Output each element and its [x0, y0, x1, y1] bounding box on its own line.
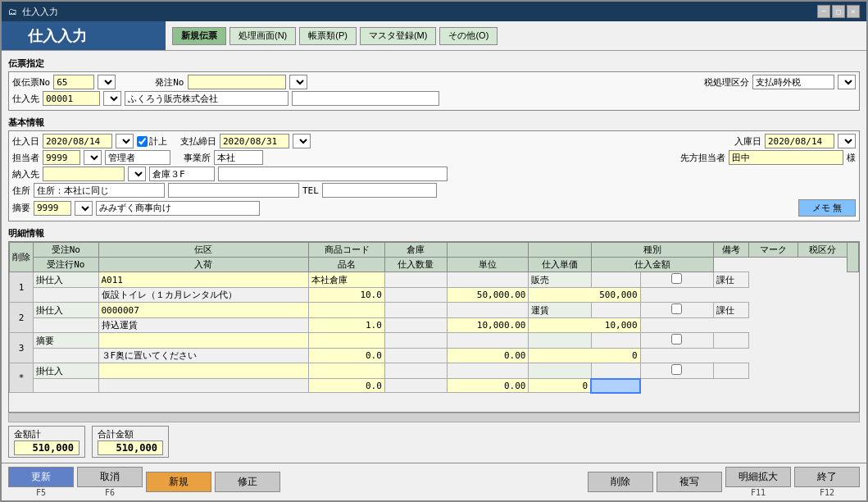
row1-shiiretanka[interactable]: 50,000.00 [448, 288, 529, 303]
memo-button[interactable]: メモ 無 [798, 199, 856, 217]
teki-code-input[interactable] [34, 201, 71, 216]
row3-souko[interactable] [309, 333, 385, 349]
rowstar-juchugyono [34, 379, 99, 393]
rowstar-mark-check[interactable] [671, 364, 682, 375]
shiharai-input[interactable] [220, 134, 289, 148]
teki-select[interactable]: ▼ [75, 201, 93, 216]
row3-biko[interactable] [591, 333, 640, 349]
row2-mark-check[interactable] [671, 303, 682, 314]
row2-denku[interactable]: 掛仕入 [34, 303, 99, 318]
sakujo-button[interactable]: 削除 [588, 472, 653, 492]
row1-hinmei[interactable]: 仮設トイレ（１カ月レンタル代） [98, 288, 309, 303]
row3-shiirekingaku[interactable]: 0 [529, 349, 640, 363]
zei-select[interactable]: ▼ [838, 75, 856, 89]
row2-shiirekingaku[interactable]: 10,000 [529, 318, 640, 333]
maximize-button[interactable]: □ [832, 5, 845, 18]
sakiTanto-input[interactable] [729, 150, 843, 165]
shiibi-select[interactable]: ▼ [116, 134, 134, 148]
rowstar-shiirekingaku[interactable]: 0 [529, 379, 591, 393]
row2-biko[interactable] [591, 303, 640, 318]
shiiresaki-extra-input[interactable] [292, 91, 439, 106]
detail-table-container[interactable]: 削除 受注No 伝区 商品コード 倉庫 種別 備考 マーク 税区分 [8, 241, 860, 413]
tab-shinkidenpo[interactable]: 新規伝票 [172, 27, 226, 45]
shiharai-select[interactable]: ▼ [293, 134, 311, 148]
close-button[interactable]: × [847, 5, 860, 18]
rowstar-tani[interactable] [384, 379, 447, 393]
rowstar-shohin[interactable] [98, 363, 309, 379]
nosaki-extra-input[interactable] [218, 167, 448, 181]
shiiresaki-select[interactable]: ▼ [103, 91, 121, 106]
rowstar-denku[interactable]: 掛仕入 [34, 363, 99, 379]
row1-shiirekingaku[interactable]: 500,000 [529, 288, 640, 303]
nosaki-input[interactable] [43, 167, 125, 181]
rowstar-shubetsu[interactable] [529, 363, 591, 379]
row1-tani[interactable] [384, 288, 447, 303]
tanto-code-input[interactable] [43, 150, 80, 165]
rowstar-souko[interactable] [309, 363, 385, 379]
rowstar-blue-field[interactable] [591, 379, 640, 393]
row3-shohin[interactable] [98, 333, 309, 349]
row2-souko[interactable] [309, 303, 385, 318]
row1-souko[interactable]: 本社倉庫 [309, 272, 385, 288]
th-zei: 税区分 [798, 243, 848, 258]
row1-shohin[interactable]: A011 [98, 272, 309, 288]
rowstar-shiiretanka[interactable]: 0.00 [448, 379, 529, 393]
hatsunote-input[interactable] [188, 75, 286, 89]
shuryo-button[interactable]: 終了 [794, 467, 860, 487]
horizontal-scrollbar[interactable] [8, 413, 860, 422]
hatsunote-select[interactable]: ▼ [289, 75, 307, 89]
nyuko-select[interactable]: ▼ [838, 134, 856, 148]
jusho-input2[interactable] [168, 183, 299, 198]
row3-hinmei[interactable]: ３F奥に置いてください [98, 349, 309, 363]
keisan-checkbox[interactable] [137, 136, 148, 147]
row2-shohin[interactable]: 0000007 [98, 303, 309, 318]
row3-tani[interactable] [384, 349, 447, 363]
tab-sonota[interactable]: その他(O) [439, 27, 498, 45]
tab-mastaTouroku[interactable]: マスタ登録(M) [360, 27, 437, 45]
row3-denku[interactable]: 摘要 [34, 333, 99, 349]
jigyosho-input[interactable] [214, 150, 263, 165]
th-juchuno: 受注No [34, 243, 99, 258]
shiiresaki-code-input[interactable] [43, 91, 100, 106]
row3-mark-check[interactable] [671, 334, 682, 345]
shiiresaki-name-input[interactable] [125, 91, 289, 106]
tanto-select[interactable]: ▼ [84, 150, 102, 165]
th-nyuka: 入荷 [98, 258, 309, 272]
row3-shiiresuu[interactable]: 0.0 [309, 349, 385, 363]
row2-shubetsu[interactable]: 運賃 [529, 303, 591, 318]
row2-shiiresuu[interactable]: 1.0 [309, 318, 385, 333]
rowstar-biko[interactable] [591, 363, 640, 379]
row1-shiiresuu[interactable]: 10.0 [309, 288, 385, 303]
tab-shoriGamen[interactable]: 処理画面(N) [229, 27, 296, 45]
koshin-button[interactable]: 更新 [8, 467, 74, 487]
tel-input[interactable] [322, 183, 437, 198]
row1-denku[interactable]: 掛仕入 [34, 272, 99, 288]
row3-shubetsu[interactable] [529, 333, 591, 349]
row3-shiiretanka[interactable]: 0.00 [448, 349, 529, 363]
teki-value-input[interactable] [96, 201, 260, 216]
nosaki-select[interactable]: ▼ [128, 167, 146, 181]
shusei-button[interactable]: 修正 [215, 472, 280, 492]
shiibi-input[interactable] [43, 134, 112, 148]
kariden-input[interactable] [53, 75, 94, 89]
jusho-input[interactable] [34, 183, 165, 198]
nyuko-input[interactable] [765, 134, 834, 148]
zei-input[interactable] [752, 75, 834, 89]
row1-shubetsu[interactable]: 販売 [529, 272, 591, 288]
kariden-select[interactable]: ▼ [98, 75, 116, 89]
rowstar-shiiresuu[interactable]: 0.0 [309, 379, 385, 393]
kingaku-label: 金額計 [14, 428, 80, 440]
tab-chorui[interactable]: 帳票類(P) [299, 27, 357, 45]
row1-biko[interactable] [591, 272, 640, 288]
fukusha-button[interactable]: 複写 [657, 472, 722, 492]
minimize-button[interactable]: ─ [817, 5, 830, 18]
row2-hinmei[interactable]: 持込運賃 [98, 318, 309, 333]
warehouse-input[interactable] [149, 167, 215, 181]
row2-tani[interactable] [384, 318, 447, 333]
shinki-button[interactable]: 新規 [146, 472, 211, 492]
rowstar-hinmei[interactable] [98, 379, 309, 393]
torikeshi-button[interactable]: 取消 [77, 467, 143, 487]
row2-shiiretanka[interactable]: 10,000.00 [448, 318, 529, 333]
row1-mark-check[interactable] [671, 273, 682, 284]
meisai-button[interactable]: 明細拡大 [725, 467, 791, 487]
